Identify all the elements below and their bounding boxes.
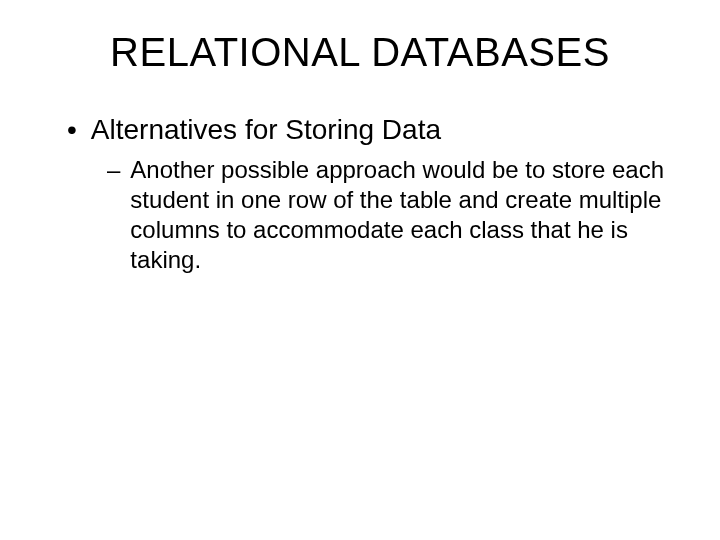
bullet-text: Another possible approach would be to st…	[130, 155, 665, 275]
dash-marker: –	[107, 155, 120, 185]
slide-title: RELATIONAL DATABASES	[55, 30, 665, 75]
bullet-text: Alternatives for Storing Data	[91, 113, 441, 147]
bullet-item-level-1: • Alternatives for Storing Data	[67, 113, 665, 147]
bullet-item-level-2: – Another possible approach would be to …	[107, 155, 665, 275]
bullet-marker: •	[67, 113, 77, 147]
